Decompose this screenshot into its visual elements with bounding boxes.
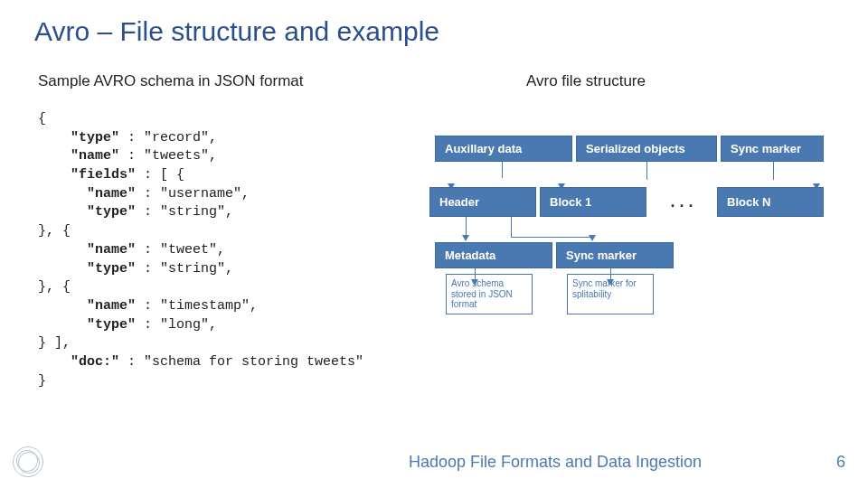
subtitles-row: Sample AVRO schema in JSON format Avro f… [0,47,868,90]
footer-title: Hadoop File Formats and Data Ingestion [43,453,814,472]
slide-title: Avro – File structure and example [0,0,868,47]
box-auxillary-data: Auxillary data [435,136,572,162]
box-header: Header [429,187,536,217]
box-block-1: Block 1 [540,187,646,217]
subtitle-json: Sample AVRO schema in JSON format [38,72,418,90]
cern-logo-icon [13,446,43,477]
box-ellipsis: . . . [650,187,713,217]
subtitle-structure: Avro file structure [418,72,797,90]
box-metadata: Metadata [435,242,552,268]
box-block-n: Block N [717,187,824,217]
diagram-notes: Avro schema stored in JSON format Sync m… [446,274,850,314]
diagram-row-aux: Auxillary data Serialized objects Sync m… [435,136,850,162]
avro-structure-diagram: Auxillary data Serialized objects Sync m… [429,136,850,314]
box-sync-marker-bottom: Sync marker [556,242,674,268]
box-serialized-objects: Serialized objects [576,136,717,162]
footer: Hadoop File Formats and Data Ingestion 6 [0,446,868,477]
box-sync-marker-top: Sync marker [721,136,824,162]
diagram-row-blocks: Header Block 1 . . . Block N [429,187,850,217]
note-avro-schema: Avro schema stored in JSON format [446,274,533,314]
page-number: 6 [814,453,868,472]
diagram-row-meta: Metadata Sync marker [435,242,850,268]
